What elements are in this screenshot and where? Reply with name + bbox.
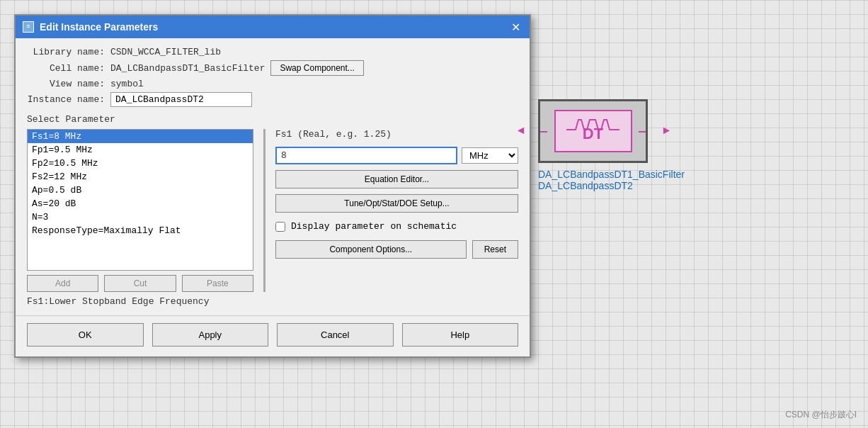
vertical-divider <box>263 129 265 292</box>
param-item[interactable]: Ap=0.5 dB <box>28 184 253 197</box>
cell-label: Cell name: <box>27 63 105 74</box>
display-checkbox[interactable] <box>275 222 285 232</box>
status-text: Fs1:Lower Stopband Edge Frequency <box>27 296 518 307</box>
equation-editor-button[interactable]: Equation Editor... <box>275 170 518 188</box>
cut-button[interactable]: Cut <box>104 275 176 292</box>
view-value: symbol <box>110 79 144 89</box>
left-arrow-icon: ◄ <box>518 125 525 137</box>
param-item[interactable]: ResponseType=Maximally Flat <box>28 224 253 237</box>
ok-button[interactable]: OK <box>27 323 144 347</box>
cell-value: DA_LCBandpassDT1_BasicFilter <box>110 63 265 74</box>
apply-button[interactable]: Apply <box>152 323 269 347</box>
reset-button[interactable]: Reset <box>472 240 518 259</box>
unit-select[interactable]: MHzGHzKHzHz <box>462 147 518 164</box>
library-label: Library name: <box>27 47 105 57</box>
dialog-footer: OK Apply Cancel Help <box>16 315 530 356</box>
param-list-container: Fs1=8 MHzFp1=9.5 MHzFp2=10.5 MHzFs2=12 M… <box>27 129 253 292</box>
instance-name-input[interactable] <box>110 92 252 107</box>
library-value: CSDN_WCCA_FILTER_lib <box>110 47 221 57</box>
swap-component-button[interactable]: Swap Component... <box>270 60 363 76</box>
component-name1: DA_LCBandpassDT1_BasicFilter <box>538 169 685 180</box>
paste-button[interactable]: Paste <box>182 275 253 292</box>
component-area: ◄ DT ► DA_LCBandpassDT1_BasicFilter DA_L… <box>538 99 685 192</box>
param-value-input[interactable] <box>275 147 457 164</box>
main-area: Fs1=8 MHzFp1=9.5 MHzFp2=10.5 MHzFs2=12 M… <box>27 129 518 292</box>
add-button[interactable]: Add <box>27 275 98 292</box>
dialog-titlebar: ≡ Edit Instance Parameters ✕ <box>16 16 530 38</box>
view-row: View name: symbol <box>27 79 518 89</box>
param-item[interactable]: Fp1=9.5 MHz <box>28 143 253 157</box>
display-checkbox-label: Display parameter on schematic <box>291 221 457 232</box>
dialog-icon: ≡ <box>23 21 34 33</box>
param-list[interactable]: Fs1=8 MHzFp1=9.5 MHzFp2=10.5 MHzFs2=12 M… <box>27 129 253 271</box>
component-options-button[interactable]: Component Options... <box>275 240 467 259</box>
display-checkbox-row: Display parameter on schematic <box>275 221 518 232</box>
waveform-icon <box>563 114 627 134</box>
watermark: CSDN @怡步跛心I <box>785 409 857 421</box>
cancel-button[interactable]: Cancel <box>277 323 394 347</box>
right-arrow-icon: ► <box>663 125 670 137</box>
instance-row: Instance name: <box>27 92 518 107</box>
param-detail-label: Fs1 (Real, e.g. 1.25) <box>275 129 518 140</box>
dialog-title: Edit Instance Parameters <box>40 21 503 33</box>
view-label: View name: <box>27 79 105 89</box>
param-item[interactable]: Fs1=8 MHz <box>28 130 253 143</box>
component-name2: DA_LCBandpassDT2 <box>538 180 685 191</box>
list-buttons: Add Cut Paste <box>27 275 253 292</box>
right-panel: Fs1 (Real, e.g. 1.25) MHzGHzKHzHz Equati… <box>275 129 518 292</box>
param-item[interactable]: As=20 dB <box>28 197 253 210</box>
tune-setup-button[interactable]: Tune/Opt/Stat/DOE Setup... <box>275 194 518 213</box>
library-row: Library name: CSDN_WCCA_FILTER_lib <box>27 47 518 57</box>
component-box: ◄ DT ► <box>538 99 648 163</box>
close-button[interactable]: ✕ <box>508 20 522 34</box>
dialog-body: Library name: CSDN_WCCA_FILTER_lib Cell … <box>16 38 530 315</box>
param-item[interactable]: N=3 <box>28 210 253 224</box>
param-item[interactable]: Fs2=12 MHz <box>28 170 253 184</box>
cell-row: Cell name: DA_LCBandpassDT1_BasicFilter … <box>27 60 518 76</box>
bottom-row: Component Options... Reset <box>275 240 518 259</box>
value-row: MHzGHzKHzHz <box>275 147 518 164</box>
edit-instance-dialog: ≡ Edit Instance Parameters ✕ Library nam… <box>14 14 531 358</box>
select-parameter-label: Select Parameter <box>27 114 518 125</box>
component-inner: DT <box>554 110 632 152</box>
instance-label: Instance name: <box>27 94 105 105</box>
help-button[interactable]: Help <box>402 323 519 347</box>
param-item[interactable]: Fp2=10.5 MHz <box>28 157 253 170</box>
